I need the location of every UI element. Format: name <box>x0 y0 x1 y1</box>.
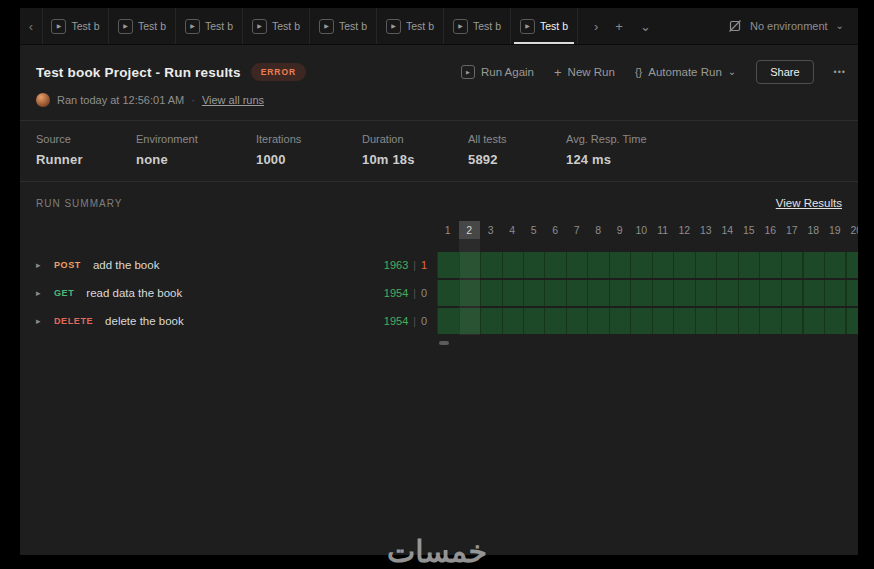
stat-all-tests: All tests5892 <box>468 133 566 167</box>
column-header-16[interactable]: 16 <box>760 221 782 239</box>
failed-count: 1 <box>421 259 427 271</box>
column-header-20[interactable]: 20 <box>846 221 859 239</box>
passed-count: 1963 <box>384 259 408 271</box>
expand-row-icon[interactable]: ▸ <box>36 316 54 326</box>
new-run-button[interactable]: + New Run <box>554 66 615 79</box>
view-results-link[interactable]: View Results <box>776 197 842 209</box>
column-header-18[interactable]: 18 <box>803 221 825 239</box>
tab-7[interactable]: ▶Test b <box>444 8 511 44</box>
stat-avg-resp-time: Avg. Resp. Time124 ms <box>566 133 842 167</box>
run-summary-header: RUN SUMMARY View Results <box>20 182 858 221</box>
tab-3[interactable]: ▶Test b <box>176 8 243 44</box>
column-header-17[interactable]: 17 <box>781 221 803 239</box>
column-header-10[interactable]: 10 <box>631 221 653 239</box>
passed-count: 1954 <box>384 315 408 327</box>
environment-selector[interactable]: No environment ⌄ <box>714 8 858 44</box>
stat-label: All tests <box>468 133 566 145</box>
column-header-19[interactable]: 19 <box>824 221 846 239</box>
stat-label: Source <box>36 133 136 145</box>
request-method: POST <box>54 260 81 270</box>
environment-label: No environment <box>750 20 828 32</box>
stat-value: Runner <box>36 152 136 167</box>
automate-icon: {} <box>635 67 642 78</box>
runner-tab-icon: ▶ <box>386 19 401 34</box>
column-header-4[interactable]: 4 <box>502 221 524 239</box>
passed-count: 1954 <box>384 287 408 299</box>
stat-value: 5892 <box>468 152 566 167</box>
column-header-5[interactable]: 5 <box>523 221 545 239</box>
watermark-text: خمسات <box>387 534 487 569</box>
column-header-2[interactable]: 2 <box>459 221 481 239</box>
column-header-14[interactable]: 14 <box>717 221 739 239</box>
tab-8[interactable]: ▶Test b <box>511 8 578 44</box>
row-left: ▸POSTadd the book1963|1 <box>20 259 437 271</box>
run-again-button[interactable]: ▶ Run Again <box>461 65 534 79</box>
column-header-15[interactable]: 15 <box>738 221 760 239</box>
separator-dot: · <box>191 94 195 106</box>
stat-environment: Environmentnone <box>136 133 256 167</box>
runner-tab-icon: ▶ <box>520 19 535 34</box>
column-header-9[interactable]: 9 <box>609 221 631 239</box>
iteration-column-headers: 1234567891011121314151617181920 <box>20 221 858 239</box>
stat-iterations: Iterations1000 <box>256 133 362 167</box>
tab-bar: ‹ ▶Test b▶Test b▶Test b▶Test b▶Test b▶Te… <box>20 8 858 45</box>
run-timestamp: Ran today at 12:56:01 AM <box>57 94 184 106</box>
horizontal-scrollbar-thumb[interactable] <box>439 341 449 345</box>
expand-row-icon[interactable]: ▸ <box>36 260 54 270</box>
status-badge: ERROR <box>251 63 306 81</box>
automate-run-button[interactable]: {} Automate Run ⌄ <box>635 66 736 78</box>
scroll-tabs-right-button[interactable]: › <box>594 19 598 34</box>
stat-label: Duration <box>362 133 468 145</box>
new-tab-button[interactable]: + <box>615 19 623 34</box>
column-header-7[interactable]: 7 <box>566 221 588 239</box>
column-header-3[interactable]: 3 <box>480 221 502 239</box>
view-all-runs-link[interactable]: View all runs <box>202 94 264 106</box>
tab-6[interactable]: ▶Test b <box>377 8 444 44</box>
stat-value: 124 ms <box>566 152 842 167</box>
tab-list-dropdown-icon[interactable]: ⌄ <box>640 19 651 34</box>
tab-label: Test b <box>205 20 233 32</box>
column-header-11[interactable]: 11 <box>652 221 674 239</box>
column-header-12[interactable]: 12 <box>674 221 696 239</box>
row-left: ▸GETread data the book1954|0 <box>20 287 437 299</box>
runner-tab-icon: ▶ <box>453 19 468 34</box>
pass-fail-counts: 1954|0 <box>384 315 437 327</box>
failed-count: 0 <box>421 287 427 299</box>
run-summary-grid: 1234567891011121314151617181920 ▸POSTadd… <box>20 221 858 345</box>
tab-label: Test b <box>138 20 166 32</box>
more-options-button[interactable]: ••• <box>834 67 846 77</box>
row-heatmap[interactable] <box>437 280 858 306</box>
share-button[interactable]: Share <box>756 60 813 84</box>
tabs-container: ▶Test b▶Test b▶Test b▶Test b▶Test b▶Test… <box>42 8 578 44</box>
request-method: GET <box>54 288 74 298</box>
column-header-8[interactable]: 8 <box>588 221 610 239</box>
stat-value: 1000 <box>256 152 362 167</box>
count-separator: | <box>413 260 416 271</box>
column-header-1[interactable]: 1 <box>437 221 459 239</box>
stat-value: 10m 18s <box>362 152 468 167</box>
scroll-tabs-left-button[interactable]: ‹ <box>20 8 42 44</box>
tab-1[interactable]: ▶Test b <box>42 8 109 44</box>
stat-label: Environment <box>136 133 256 145</box>
request-name: read data the book <box>86 287 182 299</box>
column-header-6[interactable]: 6 <box>545 221 567 239</box>
new-run-label: New Run <box>568 66 615 78</box>
run-meta-row: Ran today at 12:56:01 AM · View all runs <box>20 84 858 120</box>
expand-row-icon[interactable]: ▸ <box>36 288 54 298</box>
column-header-13[interactable]: 13 <box>695 221 717 239</box>
screenshot-canvas: ‹ ▶Test b▶Test b▶Test b▶Test b▶Test b▶Te… <box>0 0 874 569</box>
tab-4[interactable]: ▶Test b <box>243 8 310 44</box>
row-heatmap[interactable] <box>437 252 858 278</box>
run-summary-row: ▸POSTadd the book1963|1 <box>20 251 858 279</box>
tab-5[interactable]: ▶Test b <box>310 8 377 44</box>
tab-label: Test b <box>540 20 568 32</box>
tab-label: Test b <box>339 20 367 32</box>
tab-controls: › + ⌄ <box>578 8 667 44</box>
runner-tab-icon: ▶ <box>185 19 200 34</box>
tab-2[interactable]: ▶Test b <box>109 8 176 44</box>
row-left: ▸DELETEdelete the book1954|0 <box>20 315 437 327</box>
tab-label: Test b <box>473 20 501 32</box>
runner-tab-icon: ▶ <box>51 19 66 34</box>
row-heatmap[interactable] <box>437 308 858 334</box>
avatar <box>36 93 50 107</box>
